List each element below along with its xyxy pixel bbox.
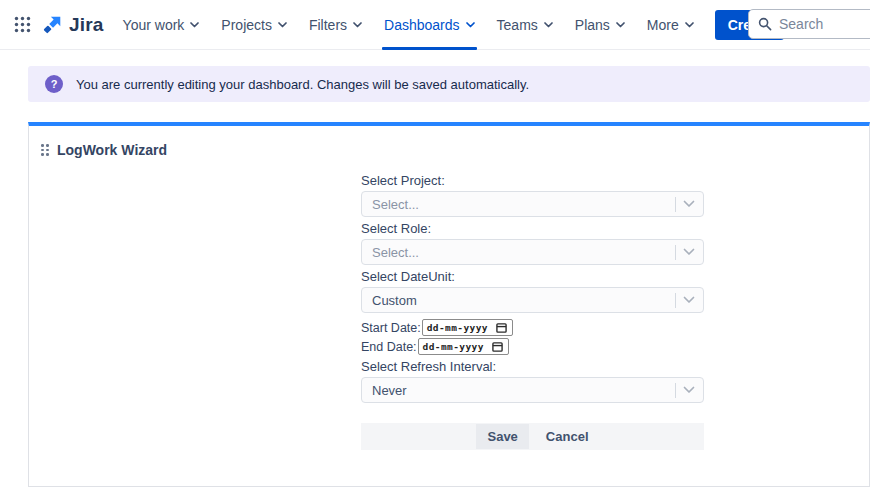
chevron-down-icon xyxy=(353,22,362,28)
edit-mode-banner: ? You are currently editing your dashboa… xyxy=(28,66,870,102)
chevron-down-icon xyxy=(685,22,694,28)
chevron-down-icon xyxy=(683,200,695,208)
chevron-down-icon xyxy=(278,22,287,28)
gadget-header: LogWork Wizard xyxy=(29,126,869,158)
nav-item-teams[interactable]: Teams xyxy=(486,0,564,50)
jira-logo-icon xyxy=(41,13,64,36)
select-dateunit-label: Select DateUnit: xyxy=(361,269,704,284)
grid-icon xyxy=(14,16,31,33)
gadget-config-form: Select Project: Select... Select Role: S… xyxy=(361,173,704,450)
dropdown-separator xyxy=(675,197,676,212)
dropdown-separator xyxy=(675,245,676,260)
primary-nav: Your work Projects Filters Dashboards Te… xyxy=(112,0,705,50)
logwork-wizard-gadget: LogWork Wizard Select Project: Select...… xyxy=(28,122,870,487)
cancel-button[interactable]: Cancel xyxy=(546,429,589,444)
nav-item-more[interactable]: More xyxy=(636,0,705,50)
start-date-value: dd-mm-yyyy xyxy=(427,322,488,333)
nav-item-label: Dashboards xyxy=(384,17,460,33)
chevron-down-icon xyxy=(466,22,475,28)
start-date-label: Start Date: xyxy=(361,321,421,335)
select-role-value: Select... xyxy=(372,245,675,260)
nav-item-label: Projects xyxy=(221,17,272,33)
chevron-down-icon xyxy=(683,248,695,256)
end-date-value: dd-mm-yyyy xyxy=(423,341,484,352)
select-project-label: Select Project: xyxy=(361,173,704,188)
drag-handle-icon[interactable] xyxy=(41,144,49,156)
select-role-label: Select Role: xyxy=(361,221,704,236)
end-date-row: End Date: dd-mm-yyyy xyxy=(361,338,704,355)
select-project-value: Select... xyxy=(372,197,675,212)
select-dateunit-dropdown[interactable]: Custom xyxy=(361,287,704,313)
nav-item-filters[interactable]: Filters xyxy=(298,0,373,50)
chevron-down-icon xyxy=(616,22,625,28)
nav-item-label: Your work xyxy=(123,17,185,33)
end-date-label: End Date: xyxy=(361,340,417,354)
select-refresh-interval-value: Never xyxy=(372,383,675,398)
jira-dashboard-edit-page: Jira Your work Projects Filters Dashboar… xyxy=(0,0,870,494)
jira-logo-text: Jira xyxy=(69,14,104,36)
select-role-dropdown[interactable]: Select... xyxy=(361,239,704,265)
end-date-input[interactable]: dd-mm-yyyy xyxy=(418,338,509,355)
select-project-dropdown[interactable]: Select... xyxy=(361,191,704,217)
nav-item-your-work[interactable]: Your work xyxy=(112,0,211,50)
jira-logo[interactable]: Jira xyxy=(41,13,104,36)
select-refresh-interval-label: Select Refresh Interval: xyxy=(361,359,704,374)
chevron-down-icon xyxy=(683,386,695,394)
chevron-down-icon xyxy=(190,22,199,28)
save-button[interactable]: Save xyxy=(476,424,528,449)
calendar-icon xyxy=(492,341,503,352)
nav-item-plans[interactable]: Plans xyxy=(564,0,636,50)
gadget-title: LogWork Wizard xyxy=(57,142,167,158)
question-mark-icon: ? xyxy=(45,75,63,93)
start-date-row: Start Date: dd-mm-yyyy xyxy=(361,319,704,336)
top-navigation: Jira Your work Projects Filters Dashboar… xyxy=(0,0,870,50)
chevron-down-icon xyxy=(544,22,553,28)
nav-item-label: Teams xyxy=(497,17,538,33)
banner-message: You are currently editing your dashboard… xyxy=(76,77,529,92)
select-dateunit-value: Custom xyxy=(372,293,675,308)
gadget-footer: Save Cancel xyxy=(361,423,704,450)
nav-item-projects[interactable]: Projects xyxy=(210,0,298,50)
app-switcher-button[interactable] xyxy=(14,16,31,33)
calendar-icon xyxy=(496,322,507,333)
select-refresh-interval-dropdown[interactable]: Never xyxy=(361,377,704,403)
dropdown-separator xyxy=(675,383,676,398)
chevron-down-icon xyxy=(683,296,695,304)
search-input[interactable] xyxy=(779,16,870,32)
dropdown-separator xyxy=(675,293,676,308)
search-icon xyxy=(758,17,772,31)
nav-item-label: Plans xyxy=(575,17,610,33)
nav-item-label: Filters xyxy=(309,17,347,33)
start-date-input[interactable]: dd-mm-yyyy xyxy=(422,319,513,336)
nav-item-label: More xyxy=(647,17,679,33)
search-box[interactable] xyxy=(748,9,870,39)
nav-item-dashboards[interactable]: Dashboards xyxy=(373,0,486,50)
